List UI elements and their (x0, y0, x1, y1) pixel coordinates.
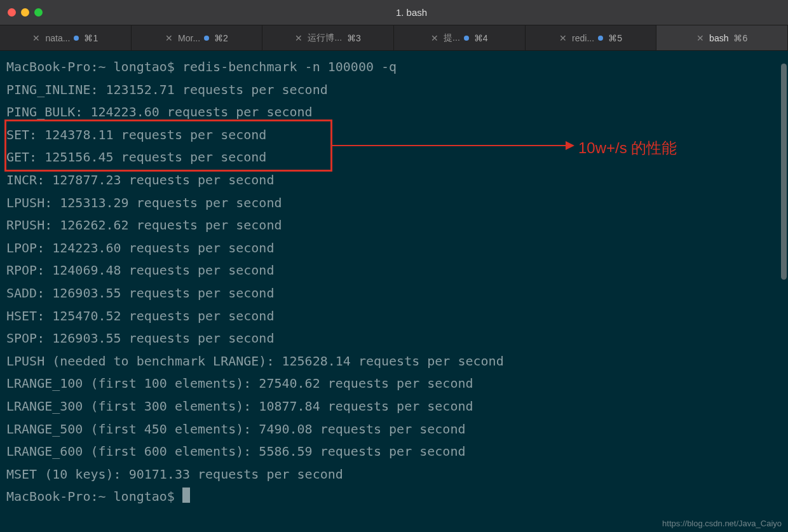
terminal-line: RPUSH: 126262.62 requests per second (6, 214, 782, 237)
close-icon[interactable]: ✕ (295, 33, 302, 43)
traffic-lights (8, 8, 43, 17)
tab-label: redi... (572, 33, 594, 43)
tab-label: 运行博... (308, 32, 342, 44)
tab-label: Mor... (178, 33, 200, 43)
tab-shortcut: ⌘5 (608, 33, 622, 43)
tab-6[interactable]: ✕ bash ⌘6 (656, 25, 788, 50)
terminal-line: LRANGE_100 (first 100 elements): 27540.6… (6, 372, 782, 395)
terminal-line: RPOP: 124069.48 requests per second (6, 259, 782, 282)
tab-label: bash (709, 33, 728, 43)
terminal-line: HSET: 125470.52 requests per second (6, 305, 782, 328)
tab-bar: ✕ nata... ⌘1 ✕ Mor... ⌘2 ✕ 运行博... ⌘3 ✕ 提… (0, 25, 788, 51)
tab-3[interactable]: ✕ 运行博... ⌘3 (262, 25, 394, 50)
terminal-line: LPUSH (needed to benchmark LRANGE): 1256… (6, 350, 782, 373)
close-icon[interactable]: ✕ (696, 33, 704, 43)
cursor-icon (182, 488, 190, 503)
watermark: https://blog.csdn.net/Java_Caiyo (662, 519, 782, 528)
tab-label: nata... (45, 33, 70, 43)
terminal-line: GET: 125156.45 requests per second (6, 146, 782, 169)
tab-shortcut: ⌘4 (474, 33, 488, 43)
terminal-line: PING_BULK: 124223.60 requests per second (6, 101, 782, 124)
terminal-line: LRANGE_600 (first 600 elements): 5586.59… (6, 440, 782, 463)
terminal-line: SPOP: 126903.55 requests per second (6, 327, 782, 350)
terminal-line: PING_INLINE: 123152.71 requests per seco… (6, 79, 782, 102)
window-title: 1. bash (43, 7, 780, 18)
close-icon[interactable]: ✕ (431, 33, 438, 43)
terminal-line: LRANGE_300 (first 300 elements): 10877.8… (6, 395, 782, 418)
terminal-line: MacBook-Pro:~ longtao$ redis-benchmark -… (6, 56, 782, 79)
terminal-line: LRANGE_500 (first 450 elements): 7490.08… (6, 418, 782, 441)
close-icon[interactable]: ✕ (32, 33, 40, 43)
tab-shortcut: ⌘1 (84, 33, 98, 43)
minimize-window-button[interactable] (21, 8, 29, 17)
tab-shortcut: ⌘3 (347, 33, 361, 43)
close-icon[interactable]: ✕ (165, 33, 173, 43)
tab-2[interactable]: ✕ Mor... ⌘2 (132, 25, 263, 50)
tab-4[interactable]: ✕ 提... ⌘4 (394, 25, 526, 50)
tab-shortcut: ⌘2 (214, 33, 228, 43)
tab-modified-dot (598, 36, 603, 41)
close-window-button[interactable] (8, 8, 16, 17)
maximize-window-button[interactable] (34, 8, 43, 17)
terminal-line: LPUSH: 125313.29 requests per second (6, 192, 782, 215)
terminal-line: INCR: 127877.23 requests per second (6, 169, 782, 192)
terminal-line: SET: 124378.11 requests per second (6, 124, 782, 147)
tab-modified-dot (464, 36, 469, 41)
terminal-line: SADD: 126903.55 requests per second (6, 282, 782, 305)
terminal-line: LPOP: 124223.60 requests per second (6, 237, 782, 260)
tab-modified-dot (74, 36, 79, 41)
scrollbar[interactable] (781, 64, 787, 280)
close-icon[interactable]: ✕ (559, 33, 567, 43)
tab-shortcut: ⌘6 (733, 33, 747, 43)
terminal-line: MSET (10 keys): 90171.33 requests per se… (6, 463, 782, 486)
tab-5[interactable]: ✕ redi... ⌘5 (526, 25, 657, 50)
title-bar: 1. bash (0, 0, 788, 25)
tab-label: 提... (444, 32, 460, 44)
terminal-prompt: MacBook-Pro:~ longtao$ (6, 486, 782, 508)
tab-1[interactable]: ✕ nata... ⌘1 (0, 25, 132, 50)
tab-modified-dot (204, 36, 209, 41)
terminal-output[interactable]: MacBook-Pro:~ longtao$ redis-benchmark -… (0, 51, 788, 514)
